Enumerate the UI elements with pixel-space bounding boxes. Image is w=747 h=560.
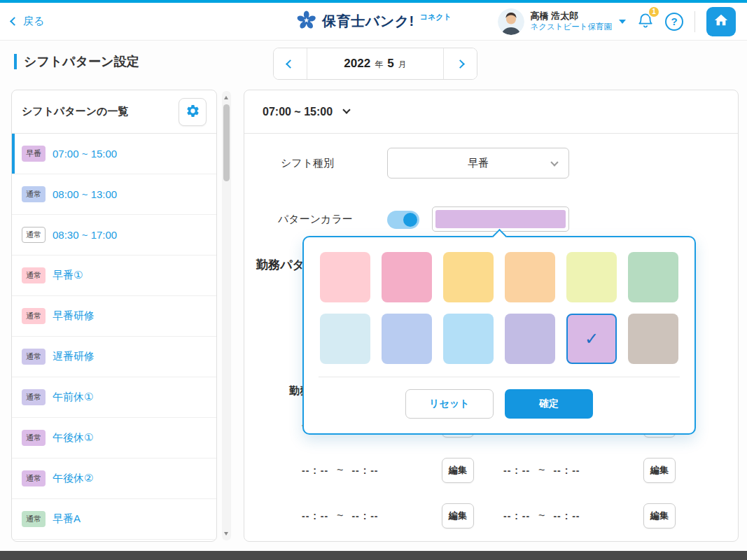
shift-pattern-item[interactable]: 通常 08:30 ~ 17:00 <box>12 215 216 255</box>
notifications-button[interactable]: 1 <box>636 11 655 32</box>
scroll-up-arrow[interactable] <box>224 96 228 99</box>
shift-pattern-item[interactable]: 通常 午後休① <box>12 418 216 458</box>
shift-pattern-label: 午後休② <box>53 472 93 485</box>
color-swatch[interactable]: ✓ <box>505 252 555 302</box>
swatch-grid: ✓ ✓ ✓ ✓ ✓ ✓ ✓ ✓ ✓ ✓ ✓ ✓ <box>304 237 694 377</box>
current-month-display: 2022 年 5 月 <box>307 48 443 79</box>
sidebar-scrollbar[interactable] <box>222 91 231 540</box>
time-start: -- : -- <box>503 465 530 476</box>
home-icon <box>713 13 729 30</box>
caret-down-icon <box>619 20 626 24</box>
prev-month-button[interactable] <box>274 48 307 79</box>
year-value: 2022 <box>344 57 370 71</box>
app-logo: 保育士バンク! コネクト <box>295 10 452 34</box>
month-value: 5 <box>387 57 393 71</box>
shift-type-badge: 通常 <box>22 430 46 446</box>
logo-badge: コネクト <box>420 12 452 22</box>
chevron-right-icon <box>456 59 465 69</box>
color-swatch[interactable]: ✓ <box>566 314 617 364</box>
time-end: -- : -- <box>553 465 580 476</box>
sidebar-header: シフトパターンの一覧 <box>12 90 216 134</box>
color-swatch[interactable]: ✓ <box>382 252 432 302</box>
shift-pattern-item[interactable]: 通常 早番研修 <box>12 296 216 337</box>
avatar <box>498 8 524 35</box>
edit-button[interactable]: 編集 <box>442 458 474 483</box>
scroll-down-arrow[interactable] <box>224 532 228 536</box>
date-navigator: 2022 年 5 月 <box>273 48 477 80</box>
shift-pattern-item[interactable]: 通常 遅番研修 <box>12 337 216 377</box>
shift-pattern-item[interactable]: 通常 午後休② <box>12 458 216 499</box>
pattern-header-toggle[interactable]: 07:00 ~ 15:00 <box>244 90 738 134</box>
toggle-knob <box>403 213 417 227</box>
shift-type-badge: 通常 <box>22 267 46 284</box>
shift-pattern-label: 07:00 ~ 15:00 <box>53 148 117 160</box>
pattern-color-swatch <box>435 210 566 228</box>
month-unit: 月 <box>398 57 407 71</box>
next-month-button[interactable] <box>443 48 477 79</box>
shift-pattern-item[interactable]: 通常 早番① <box>12 255 216 296</box>
home-button[interactable] <box>706 7 736 36</box>
user-name: 高橋 浩太郎 <box>530 10 612 22</box>
shift-type-select[interactable]: 早番 <box>387 148 569 178</box>
notification-badge: 1 <box>648 6 660 18</box>
time-separator: ~ <box>337 464 343 477</box>
help-button[interactable]: ? <box>665 13 683 31</box>
reset-button[interactable]: リセット <box>405 389 494 419</box>
edit-button[interactable]: 編集 <box>643 458 676 483</box>
color-swatch[interactable]: ✓ <box>382 314 432 364</box>
shift-pattern-item[interactable]: 早番 07:00 ~ 15:00 <box>12 134 216 174</box>
settings-button[interactable] <box>179 98 207 126</box>
bottom-bar <box>0 551 747 560</box>
shift-pattern-item[interactable]: 通常 午前休① <box>12 377 216 418</box>
time-end: -- : -- <box>553 510 580 522</box>
color-swatch[interactable]: ✓ <box>320 314 370 364</box>
time-start: -- : -- <box>302 465 328 476</box>
shift-type-badge: 通常 <box>22 186 46 202</box>
sidebar-title: シフトパターンの一覧 <box>22 105 128 118</box>
color-swatch[interactable]: ✓ <box>443 252 494 302</box>
popover-actions: リセット 確定 <box>304 377 694 433</box>
page-title: シフトパターン設定 <box>24 53 139 70</box>
shift-pattern-label: 08:30 ~ 17:00 <box>53 229 117 241</box>
shift-pattern-label: 遅番研修 <box>53 350 95 363</box>
time-separator: ~ <box>538 464 545 477</box>
shift-pattern-label: 午後休① <box>53 431 93 444</box>
color-swatch[interactable]: ✓ <box>566 252 617 302</box>
color-swatch[interactable]: ✓ <box>628 314 678 364</box>
confirm-button[interactable]: 確定 <box>505 389 593 419</box>
shift-pattern-label: 午前休① <box>53 391 93 404</box>
user-menu[interactable]: 高橋 浩太郎 ネクストビート保育園 <box>498 8 626 35</box>
chevron-down-icon <box>550 158 558 166</box>
shift-type-badge: 通常 <box>22 308 46 324</box>
time-separator: ~ <box>337 510 343 522</box>
app-header: 戻る 保育士バンク! コネクト <box>0 3 747 41</box>
edit-button[interactable]: 編集 <box>643 503 676 528</box>
pattern-title: 07:00 ~ 15:00 <box>263 106 333 118</box>
header-right: 高橋 浩太郎 ネクストビート保育園 1 ? <box>498 7 736 36</box>
app-window: 戻る 保育士バンク! コネクト <box>0 0 747 560</box>
work-time-row: -- : -- ~ -- : -- 編集 <box>302 455 474 486</box>
color-picker-popover: ✓ ✓ ✓ ✓ ✓ ✓ ✓ ✓ ✓ ✓ ✓ ✓ リセット 確定 <box>302 236 696 435</box>
color-swatch[interactable]: ✓ <box>505 314 555 364</box>
pattern-color-toggle[interactable] <box>387 211 419 229</box>
pattern-color-field[interactable] <box>432 206 569 232</box>
shift-type-badge: 通常 <box>22 389 46 405</box>
time-end: -- : -- <box>351 510 378 522</box>
color-swatch[interactable]: ✓ <box>320 252 370 302</box>
pattern-color-label: パターンカラー <box>278 206 353 232</box>
time-start: -- : -- <box>503 510 530 522</box>
color-swatch[interactable]: ✓ <box>628 252 678 302</box>
time-separator: ~ <box>538 510 545 522</box>
back-button[interactable]: 戻る <box>11 15 44 28</box>
scrollbar-thumb[interactable] <box>223 104 230 181</box>
chevron-left-icon <box>286 59 295 69</box>
shift-pattern-item[interactable]: 通常 08:00 ~ 13:00 <box>12 174 216 215</box>
shift-pattern-item[interactable]: 通常 早番A <box>12 499 216 540</box>
shift-type-badge: 通常 <box>22 349 46 365</box>
title-accent-bar <box>14 54 17 69</box>
edit-button[interactable]: 編集 <box>442 503 474 528</box>
time-end: -- : -- <box>351 465 378 476</box>
color-swatch[interactable]: ✓ <box>443 314 494 364</box>
work-time-row: -- : -- ~ -- : -- 編集 <box>503 455 676 486</box>
shift-type-badge: 早番 <box>22 146 46 162</box>
